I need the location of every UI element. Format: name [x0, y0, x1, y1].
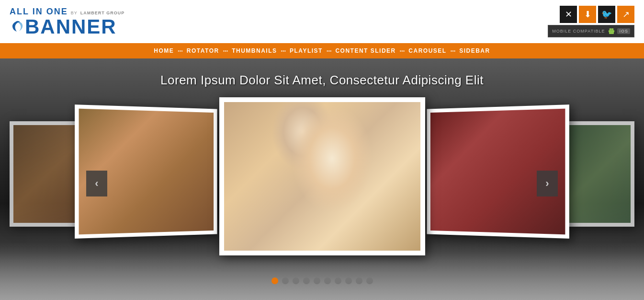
- ios-label: iOS: [617, 28, 630, 34]
- slide-image-far-left: [13, 125, 82, 223]
- next-button[interactable]: ›: [537, 171, 558, 196]
- prev-button[interactable]: ‹: [86, 171, 107, 196]
- nav: HOME ••• ROTATOR ••• THUMBNAILS ••• PLAY…: [0, 43, 644, 58]
- android-icon: [608, 27, 615, 35]
- next-icon: ›: [545, 177, 549, 190]
- close-icon: ✕: [565, 9, 572, 20]
- logo-banner: BANNER: [10, 17, 117, 37]
- svg-point-4: [610, 29, 611, 29]
- nav-item-carousel[interactable]: CAROUSEL: [407, 47, 447, 54]
- arrow-icon: ↗: [622, 9, 630, 20]
- nav-dots-4: •••: [324, 48, 335, 54]
- header-icons: ✕ ⬇ 🐦 ↗ MOBILE COMPATIBLE: [548, 6, 634, 37]
- svg-rect-1: [614, 30, 615, 32]
- logo-swoosh-icon: [10, 20, 24, 34]
- dot-7[interactable]: [335, 277, 341, 284]
- arrow-icon-box[interactable]: ↗: [617, 6, 634, 23]
- os-icons: iOS: [608, 27, 630, 35]
- nav-dots-6: •••: [448, 48, 459, 54]
- svg-rect-0: [609, 30, 610, 32]
- svg-point-5: [613, 29, 613, 29]
- dot-2[interactable]: [282, 277, 289, 284]
- logo-by-label: by: [71, 11, 78, 15]
- bird-icon: 🐦: [601, 9, 612, 20]
- carousel-track: ‹ ›: [0, 97, 644, 270]
- prev-icon: ‹: [95, 177, 98, 190]
- slide-title: Lorem Ipsum Dolor Sit Amet, Consectetur …: [160, 73, 484, 88]
- dot-5[interactable]: [314, 277, 320, 284]
- dot-4[interactable]: [303, 277, 310, 284]
- dot-1[interactable]: [271, 277, 278, 284]
- dot-3[interactable]: [293, 277, 299, 284]
- slider-area: Lorem Ipsum Dolor Sit Amet, Consectetur …: [0, 58, 644, 300]
- slide-item-center[interactable]: [219, 97, 425, 255]
- dot-10[interactable]: [366, 277, 373, 284]
- nav-dots-1: •••: [175, 48, 186, 54]
- bird-icon-box[interactable]: 🐦: [598, 6, 615, 23]
- logo-area: ALL IN ONE by LAMBERT GROUP BANNER: [10, 7, 124, 37]
- download-icon-box[interactable]: ⬇: [579, 6, 596, 23]
- nav-item-sidebar[interactable]: SIDEBAR: [458, 47, 491, 54]
- nav-dots-2: •••: [220, 48, 231, 54]
- close-icon-box[interactable]: ✕: [560, 6, 577, 23]
- mobile-badge: MOBILE COMPATIBLE iOS: [548, 25, 634, 37]
- icon-row-top: ✕ ⬇ 🐦 ↗: [560, 6, 634, 23]
- nav-item-playlist[interactable]: PLAYLIST: [289, 47, 324, 54]
- dot-6[interactable]: [324, 277, 331, 284]
- nav-item-home[interactable]: HOME: [153, 47, 175, 54]
- mobile-label: MOBILE COMPATIBLE: [552, 29, 605, 34]
- dots-row: [271, 277, 373, 284]
- header: ALL IN ONE by LAMBERT GROUP BANNER ✕ ⬇ 🐦: [0, 0, 644, 43]
- slide-image-far-right: [562, 125, 631, 223]
- nav-item-rotator[interactable]: ROTATOR: [186, 47, 220, 54]
- nav-item-thumbnails[interactable]: THUMBNAILS: [231, 47, 278, 54]
- dot-9[interactable]: [356, 277, 362, 284]
- download-icon: ⬇: [584, 9, 591, 20]
- svg-point-3: [611, 28, 614, 30]
- nav-item-content-slider[interactable]: CONTENT SLIDER: [334, 47, 396, 54]
- slide-image-center: [224, 102, 420, 251]
- logo-lambert: LAMBERT GROUP: [80, 11, 125, 15]
- slide-item-far-right[interactable]: [558, 121, 634, 227]
- nav-dots-3: •••: [278, 48, 289, 54]
- dot-8[interactable]: [345, 277, 352, 284]
- nav-dots-5: •••: [397, 48, 408, 54]
